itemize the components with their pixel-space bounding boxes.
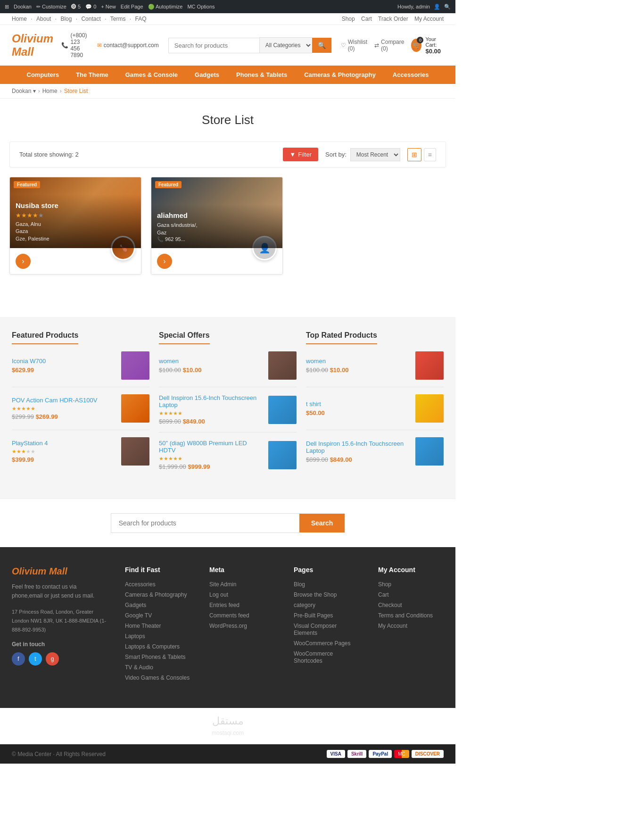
aliahmed-go-button[interactable]: › [157, 254, 172, 269]
admin-dookan[interactable]: Dookan [14, 4, 32, 9]
product-link[interactable]: women [306, 358, 411, 365]
footer-cameras[interactable]: Cameras & Photography [125, 591, 187, 598]
nav-shop[interactable]: Shop [342, 16, 355, 22]
nav-contact[interactable]: Contact [81, 16, 100, 22]
nusiba-go-button[interactable]: › [16, 254, 31, 269]
breadcrumb-home[interactable]: Home [42, 88, 58, 94]
nav-theme[interactable]: The Theme [67, 66, 117, 84]
footer-gadgets[interactable]: Gadgets [125, 602, 146, 608]
facebook-icon[interactable]: f [12, 652, 25, 666]
footer-myaccount[interactable]: My Account [378, 623, 407, 629]
nav-computers[interactable]: Computers [18, 66, 68, 84]
googleplus-icon[interactable]: g [46, 652, 59, 666]
thumb-img [121, 437, 149, 466]
footer-woocommerceshortcodes[interactable]: WooCommerce Shortcodes [294, 650, 333, 664]
footer-hometheater[interactable]: Home Theater [125, 623, 161, 629]
search-input[interactable] [168, 38, 259, 53]
footer-col-myaccount: My Account Shop Cart Checkout Terms and … [378, 566, 444, 684]
product-link[interactable]: PlayStation 4 [12, 440, 116, 447]
admin-comments[interactable]: 💬 0 [85, 4, 96, 10]
footer-commentsfeed[interactable]: Comments feed [209, 612, 249, 619]
nav-games[interactable]: Games & Console [117, 66, 186, 84]
nav-blog[interactable]: Blog [60, 16, 72, 22]
thumb-img [121, 394, 149, 423]
thumb-img [268, 441, 297, 469]
admin-mc-options[interactable]: MC Options [187, 4, 215, 9]
filter-button[interactable]: ▼ Filter [283, 148, 318, 161]
footer-smartphones[interactable]: Smart Phones & Tablets [125, 654, 186, 660]
nav-accessories[interactable]: Accessories [384, 66, 438, 84]
footer-address: 17 Princess Road, London, Greater London… [12, 607, 106, 634]
footer-videogames[interactable]: Video Games & Consoles [125, 674, 190, 681]
admin-search-icon[interactable]: 🔍 [444, 4, 451, 10]
nav-home[interactable]: Home [12, 16, 27, 22]
footer-googletv[interactable]: Google TV [125, 612, 152, 619]
footer-bottom: © Media Center · All Rights Reserved VIS… [0, 744, 455, 764]
product-link[interactable]: Dell Inspiron 15.6-Inch Touchscreen Lapt… [159, 394, 264, 408]
product-link[interactable]: t shirt [306, 400, 411, 408]
admin-edit-page[interactable]: Edit Page [121, 4, 143, 9]
footer-visualcomposer[interactable]: Visual Composer Elements [294, 623, 337, 636]
list-view-button[interactable]: ≡ [424, 148, 436, 161]
footer-tv[interactable]: TV & Audio [125, 664, 153, 671]
footer-laptopcomputers[interactable]: Laptops & Computers [125, 643, 180, 650]
pstar: ★ [178, 456, 182, 462]
footer-accessories[interactable]: Accessories [125, 581, 156, 588]
product-link[interactable]: Iconia W700 [12, 358, 116, 365]
footer-category[interactable]: category [294, 602, 315, 608]
sort-wrap: Sort by: Most Recent [325, 148, 400, 161]
nav-cameras[interactable]: Cameras & Photography [296, 66, 384, 84]
admin-new[interactable]: + New [101, 4, 116, 9]
wishlist-link[interactable]: ♡ Wishlist (0) [341, 39, 367, 52]
footer-siteadmin[interactable]: Site Admin [209, 581, 236, 588]
footer-search-button[interactable]: Search [299, 514, 345, 532]
footer-logout[interactable]: Log out [209, 591, 228, 598]
footer-prebuilt[interactable]: Pre-Built Pages [294, 612, 333, 619]
footer-woocommercepages[interactable]: WooCommerce Pages [294, 640, 351, 647]
admin-autoptimize[interactable]: 🟢 Autoptimize [148, 4, 183, 10]
footer-blog[interactable]: Blog [294, 581, 305, 588]
footer-wordpress[interactable]: WordPress.org [209, 623, 247, 629]
footer-checkout[interactable]: Checkout [378, 602, 402, 608]
nav-gadgets[interactable]: Gadgets [186, 66, 228, 84]
nav-terms[interactable]: Terms [110, 16, 126, 22]
sort-select[interactable]: Most Recent [350, 148, 400, 161]
product-price: $299.99 $269.99 [12, 413, 116, 420]
product-link[interactable]: Dell Inspiron 15.6-Inch Touchscreen Lapt… [306, 440, 411, 454]
header-contact: 📞 (+800) 123 456 7890 ✉ contact@support.… [61, 32, 158, 58]
product-link[interactable]: 50" (diag) W800B Premium LED HDTV [159, 440, 264, 454]
twitter-icon[interactable]: t [29, 652, 42, 666]
nav-faq[interactable]: FAQ [135, 16, 147, 22]
footer-terms[interactable]: Terms and Conditions [378, 612, 433, 619]
category-select[interactable]: All Categories [259, 37, 312, 53]
breadcrumb-dookan[interactable]: Dookan ▾ [12, 88, 36, 94]
nav-myaccount[interactable]: My Account [414, 16, 444, 22]
product-thumb [268, 396, 297, 424]
search-button[interactable]: 🔍 [312, 38, 331, 53]
product-link[interactable]: women [159, 358, 264, 365]
product-info: women $100.00 $10.00 [306, 358, 411, 374]
footer-cart[interactable]: Cart [378, 591, 389, 598]
admin-counter[interactable]: ⓿ 5 [71, 4, 81, 9]
page-title: Store List [9, 113, 446, 127]
phone-icon: 📞 [61, 42, 68, 49]
grid-view-button[interactable]: ⊞ [407, 148, 421, 161]
footer-laptops[interactable]: Laptops [125, 633, 145, 640]
pstar: ★ [164, 410, 168, 416]
footer-search-input[interactable] [111, 513, 299, 533]
nav-cart[interactable]: Cart [361, 16, 372, 22]
footer-shop[interactable]: Shop [378, 581, 391, 588]
footer-browseshop[interactable]: Browse the Shop [294, 591, 337, 598]
product-thumb [121, 394, 149, 423]
aliahmed-footer: › 👤 [151, 248, 282, 274]
nav-about[interactable]: About [36, 16, 51, 22]
footer-entriesfeed[interactable]: Entries feed [209, 602, 239, 608]
nav-phones[interactable]: Phones & Tablets [228, 66, 296, 84]
cart-button[interactable]: 🛒 0 Your Cart: $0.00 [411, 36, 444, 55]
product-link[interactable]: POV Action Cam HDR-AS100V [12, 397, 116, 404]
nav-track[interactable]: Track Order [378, 16, 408, 22]
compare-link[interactable]: ⇄ Compare (0) [374, 39, 404, 52]
site-logo[interactable]: Olivium Mall [12, 32, 61, 58]
admin-customize[interactable]: ✏ Customize [36, 4, 66, 10]
nusiba-banner-bg: Featured Nusiba store ★ ★ ★ ★ ★ Gaza, Al… [10, 177, 141, 248]
